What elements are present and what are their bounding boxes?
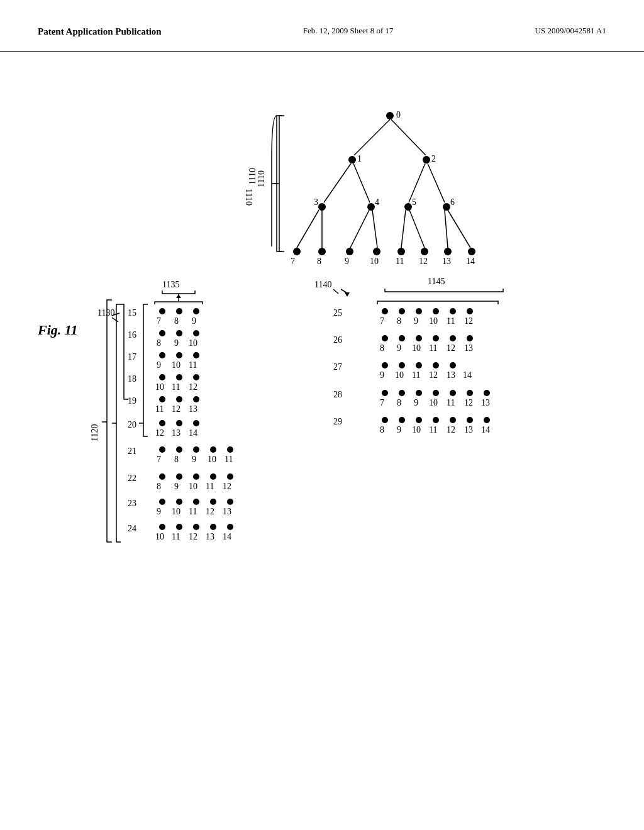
svg-point-200 (433, 417, 439, 423)
svg-point-22 (318, 248, 326, 255)
svg-point-56 (193, 308, 199, 314)
svg-text:3: 3 (314, 197, 318, 207)
svg-text:9: 9 (157, 360, 161, 370)
svg-text:13: 13 (442, 257, 451, 266)
svg-point-18 (367, 203, 375, 211)
svg-point-76 (176, 374, 182, 380)
diagram-svg: 0 1 2 3 4 5 6 7 8 9 10 11 12 13 14 1110 … (0, 77, 644, 830)
svg-point-61 (159, 330, 165, 336)
svg-text:25: 25 (333, 308, 342, 318)
svg-text:10: 10 (429, 398, 438, 407)
svg-text:14: 14 (189, 428, 197, 438)
svg-point-108 (176, 473, 182, 480)
svg-point-161 (450, 335, 456, 341)
svg-point-160 (433, 335, 439, 341)
svg-point-174 (450, 362, 456, 368)
svg-point-15 (348, 156, 356, 163)
svg-line-1 (391, 119, 426, 155)
svg-text:14: 14 (481, 425, 490, 434)
svg-text:19: 19 (128, 396, 136, 406)
svg-point-63 (193, 330, 199, 336)
svg-point-68 (159, 352, 165, 358)
svg-line-3 (353, 163, 370, 202)
svg-point-28 (468, 248, 475, 255)
svg-point-20 (443, 203, 450, 211)
svg-point-186 (450, 390, 456, 396)
svg-line-5 (428, 163, 445, 202)
svg-text:2: 2 (431, 154, 436, 163)
svg-text:23: 23 (128, 499, 136, 508)
page-header: Patent Application Publication Feb. 12, … (0, 0, 644, 52)
svg-text:13: 13 (172, 428, 180, 438)
svg-text:12: 12 (419, 257, 428, 266)
svg-text:10: 10 (172, 507, 180, 516)
svg-text:9: 9 (397, 425, 401, 434)
svg-point-62 (176, 330, 182, 336)
svg-line-8 (350, 210, 369, 248)
svg-text:9: 9 (174, 338, 179, 348)
svg-point-144 (382, 308, 388, 314)
svg-text:26: 26 (333, 335, 342, 345)
svg-text:7: 7 (291, 257, 295, 266)
header-right: US 2009/0042581 A1 (535, 25, 606, 36)
svg-text:1135: 1135 (162, 280, 179, 289)
svg-point-182 (382, 390, 388, 396)
svg-point-131 (193, 524, 199, 530)
svg-point-27 (444, 248, 452, 255)
svg-text:12: 12 (447, 343, 455, 353)
svg-text:11: 11 (412, 370, 420, 380)
header-center: Feb. 12, 2009 Sheet 8 of 17 (303, 25, 394, 36)
svg-text:13: 13 (464, 425, 473, 434)
svg-point-82 (159, 396, 165, 402)
svg-text:5: 5 (412, 197, 416, 207)
svg-point-23 (346, 248, 353, 255)
svg-point-26 (421, 248, 428, 255)
svg-text:17: 17 (128, 352, 136, 362)
svg-point-188 (484, 390, 490, 396)
svg-point-77 (193, 374, 199, 380)
svg-text:10: 10 (370, 257, 379, 266)
svg-point-133 (227, 524, 233, 530)
svg-text:20: 20 (128, 420, 136, 429)
svg-marker-212 (345, 292, 350, 297)
svg-line-10 (401, 210, 406, 248)
svg-text:8: 8 (174, 455, 179, 464)
svg-point-97 (176, 446, 182, 453)
svg-line-2 (324, 163, 351, 202)
svg-point-130 (176, 524, 182, 530)
svg-text:11: 11 (429, 343, 437, 353)
svg-line-52 (112, 318, 118, 322)
svg-point-170 (382, 362, 388, 368)
svg-line-12 (445, 210, 448, 248)
svg-line-13 (448, 210, 470, 248)
svg-point-203 (484, 417, 490, 423)
svg-point-54 (159, 308, 165, 314)
svg-text:1110: 1110 (257, 170, 266, 187)
svg-text:12: 12 (429, 370, 438, 380)
svg-point-183 (399, 390, 405, 396)
svg-point-119 (176, 499, 182, 505)
svg-text:1110: 1110 (244, 189, 253, 206)
svg-point-185 (433, 390, 439, 396)
svg-text:12: 12 (189, 532, 197, 541)
svg-point-173 (433, 362, 439, 368)
svg-text:9: 9 (174, 482, 179, 491)
svg-point-149 (467, 308, 473, 314)
svg-text:10: 10 (395, 370, 404, 380)
svg-point-118 (159, 499, 165, 505)
svg-text:14: 14 (463, 370, 472, 380)
header-left: Patent Application Publication (38, 25, 162, 38)
svg-text:8: 8 (157, 482, 161, 491)
svg-text:10: 10 (429, 316, 438, 326)
svg-text:28: 28 (333, 390, 342, 399)
svg-point-91 (193, 420, 199, 426)
svg-text:9: 9 (414, 316, 418, 326)
svg-text:13: 13 (464, 343, 473, 353)
svg-point-148 (450, 308, 456, 314)
svg-point-111 (227, 473, 233, 480)
svg-point-157 (382, 335, 388, 341)
svg-text:11: 11 (155, 404, 164, 414)
svg-text:13: 13 (206, 532, 214, 541)
svg-text:7: 7 (157, 455, 161, 464)
svg-point-198 (399, 417, 405, 423)
